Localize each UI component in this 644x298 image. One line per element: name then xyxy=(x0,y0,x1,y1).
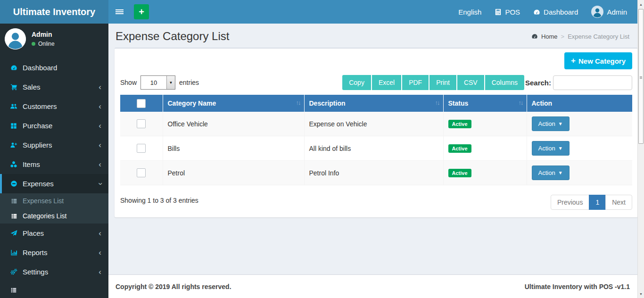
quick-add-button[interactable]: + xyxy=(134,4,149,19)
app-logo[interactable]: Ultimate Inventory xyxy=(0,0,108,24)
user-plus-icon xyxy=(9,141,18,149)
chevron-left-icon: ‹ xyxy=(99,124,101,128)
gauge-icon xyxy=(9,64,18,71)
list-icon xyxy=(10,213,18,219)
caret-down-icon: ▼ xyxy=(558,170,563,175)
table-summary: Showing 1 to 3 of 3 entries xyxy=(120,193,198,204)
sidebar-toggle-button[interactable] xyxy=(108,0,130,24)
table-row: Bills All kind of bills Active Action ▼ xyxy=(120,136,632,161)
select-arrow-icon: ▼ xyxy=(166,76,175,89)
description-cell: All kind of bills xyxy=(304,136,443,161)
search-label: Search: xyxy=(525,79,551,87)
header-status[interactable]: Status ↑↓ xyxy=(443,95,527,112)
sidebar-item-dashboard[interactable]: Dashboard xyxy=(0,58,108,77)
scroll-up-button[interactable]: ▲ xyxy=(638,0,644,8)
row-action-button[interactable]: Action ▼ xyxy=(532,141,570,156)
chevron-left-icon: ‹ xyxy=(99,85,101,90)
navbar-right: English POS Dashboard Admin xyxy=(452,0,644,24)
row-checkbox[interactable] xyxy=(137,119,146,128)
expenses-submenu: Expenses List Categories List xyxy=(0,193,108,224)
export-print-button[interactable]: Print xyxy=(429,75,456,90)
header-category-name[interactable]: Category Name ↑↓ xyxy=(163,95,304,112)
list-icon xyxy=(9,287,18,293)
search-input[interactable] xyxy=(553,75,632,90)
nav-dashboard[interactable]: Dashboard xyxy=(527,0,585,24)
sidebar-item-categories-list[interactable]: Categories List xyxy=(0,208,108,224)
header-description[interactable]: Description ↑↓ xyxy=(304,95,443,112)
sidebar-user-panel: Admin Online xyxy=(0,24,108,54)
window-scrollbar[interactable]: ▲ ▼ xyxy=(637,0,644,298)
row-checkbox[interactable] xyxy=(137,168,146,177)
sidebar-item-reports[interactable]: Reports ‹ xyxy=(0,243,108,262)
cubes-icon xyxy=(9,161,18,168)
category-list-card: + New Category Show 10 ▼ entries Copy Ex… xyxy=(115,48,638,217)
sort-icon: ↑↓ xyxy=(519,99,523,106)
export-copy-button[interactable]: Copy xyxy=(342,75,371,90)
gauge-icon xyxy=(533,8,540,16)
sidebar-item-suppliers[interactable]: Suppliers ‹ xyxy=(0,135,108,155)
home-gauge-icon xyxy=(531,33,538,40)
chevron-left-icon: ‹ xyxy=(99,104,101,109)
breadcrumb-current: Expense Category List xyxy=(568,33,629,40)
chevron-left-icon: ‹ xyxy=(99,250,101,255)
page-size-select[interactable]: 10 ▼ xyxy=(140,75,175,90)
paper-plane-icon xyxy=(9,230,18,237)
hamburger-icon xyxy=(116,8,124,15)
export-columns-button[interactable]: Columns xyxy=(485,75,524,90)
sidebar-item-expenses-list[interactable]: Expenses List xyxy=(0,193,108,208)
sidebar-item-partial[interactable] xyxy=(0,281,108,298)
category-cell: Office Vehicle xyxy=(163,112,304,136)
nav-language[interactable]: English xyxy=(452,0,488,24)
online-dot-icon xyxy=(32,42,35,46)
row-action-button[interactable]: Action ▼ xyxy=(532,166,570,180)
description-cell: Expense on Vehicle xyxy=(304,112,443,136)
show-label: Show xyxy=(120,79,137,86)
entries-label: entries xyxy=(179,79,199,86)
header-action: Action xyxy=(527,95,632,112)
sidebar-item-sales[interactable]: Sales ‹ xyxy=(0,77,108,97)
select-all-checkbox[interactable] xyxy=(137,99,146,108)
new-category-button[interactable]: + New Category xyxy=(564,52,632,69)
chevron-left-icon: ‹ xyxy=(99,231,101,236)
breadcrumb-home[interactable]: Home xyxy=(541,33,558,40)
users-icon xyxy=(9,103,18,110)
sidebar-menu: Dashboard Sales ‹ Customers ‹ Purchase ‹ xyxy=(0,58,108,298)
breadcrumb: Home > Expense Category List xyxy=(531,33,629,40)
minus-circle-icon xyxy=(9,180,18,187)
row-checkbox[interactable] xyxy=(137,144,146,153)
sidebar-item-expenses[interactable]: Expenses ‹ xyxy=(0,174,108,193)
description-cell: Petrol Info xyxy=(304,161,443,185)
breadcrumb-separator: > xyxy=(561,33,565,40)
sidebar-item-items[interactable]: Items ‹ xyxy=(0,155,108,174)
row-action-button[interactable]: Action ▼ xyxy=(532,116,570,131)
content-header: Expense Category List Home > Expense Cat… xyxy=(108,24,644,48)
sort-icon: ↑↓ xyxy=(435,99,439,106)
export-excel-button[interactable]: Excel xyxy=(372,75,401,90)
chevron-down-icon: ‹ xyxy=(98,182,102,185)
table-row: Petrol Petrol Info Active Action ▼ xyxy=(120,161,632,185)
scroll-down-button[interactable]: ▼ xyxy=(638,290,644,298)
sidebar-item-customers[interactable]: Customers ‹ xyxy=(0,97,108,116)
nav-pos[interactable]: POS xyxy=(488,0,527,24)
caret-down-icon: ▼ xyxy=(558,121,563,126)
category-cell: Petrol xyxy=(163,161,304,185)
sidebar: Admin Online Dashboard Sales ‹ Customer xyxy=(0,24,108,298)
sidebar-item-settings[interactable]: Settings ‹ xyxy=(0,262,108,281)
export-pdf-button[interactable]: PDF xyxy=(402,75,429,90)
gears-icon xyxy=(9,268,18,275)
sidebar-item-places[interactable]: Places ‹ xyxy=(0,224,108,243)
previous-page-button[interactable]: Previous xyxy=(551,195,589,210)
export-csv-button[interactable]: CSV xyxy=(457,75,484,90)
bar-chart-icon xyxy=(9,249,18,256)
next-page-button[interactable]: Next xyxy=(605,195,632,210)
table-row: Office Vehicle Expense on Vehicle Active… xyxy=(120,112,632,136)
status-badge: Active xyxy=(448,120,471,128)
page-1-button[interactable]: 1 xyxy=(589,195,606,210)
nav-user-menu[interactable]: Admin xyxy=(585,0,634,24)
scroll-thumb[interactable] xyxy=(638,9,644,144)
sidebar-item-purchase[interactable]: Purchase ‹ xyxy=(0,116,108,135)
sidebar-user-name: Admin xyxy=(32,31,55,38)
content-wrapper: Expense Category List Home > Expense Cat… xyxy=(108,24,644,274)
chevron-left-icon: ‹ xyxy=(99,143,101,148)
caret-down-icon: ▼ xyxy=(558,146,563,151)
